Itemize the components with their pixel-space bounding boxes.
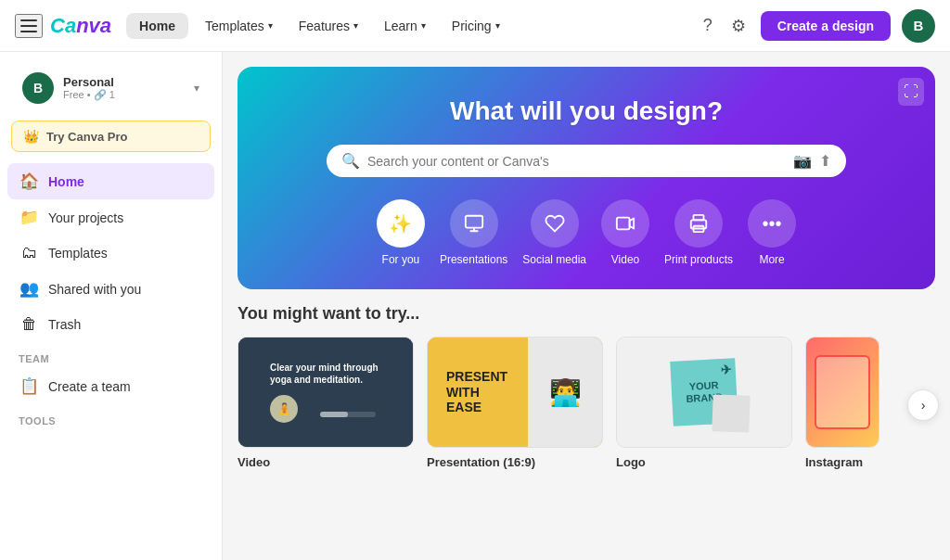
try-card-logo[interactable]: YOURBRAND ✈ Logo xyxy=(616,337,792,469)
create-design-button[interactable]: Create a design xyxy=(761,11,891,41)
instagram-card-label: Instagram xyxy=(805,455,879,469)
logo-card-content: YOURBRAND ✈ xyxy=(617,337,791,447)
category-more[interactable]: ••• More xyxy=(748,199,796,266)
logo-card-image: YOURBRAND ✈ xyxy=(616,337,792,448)
search-icon: 🔍 xyxy=(341,152,360,170)
hamburger-button[interactable] xyxy=(15,14,43,38)
sidebar-item-templates[interactable]: 🗂 Templates xyxy=(7,235,214,271)
print-icon xyxy=(674,199,723,248)
shared-icon: 👥 xyxy=(19,279,39,299)
social-media-label: Social media xyxy=(522,253,586,266)
camera-icon[interactable]: 📷 xyxy=(793,152,812,170)
sidebar-navigation: 🏠 Home 📁 Your projects 🗂 Templates 👥 Sha… xyxy=(0,163,222,342)
presentation-card-image: PRESENTWITHEASE 👨‍💻 xyxy=(427,337,603,448)
help-button[interactable]: ? xyxy=(700,12,716,39)
learn-nav-button[interactable]: Learn ▾ xyxy=(375,13,435,39)
next-cards-button[interactable]: › xyxy=(907,389,939,421)
presentation-card-label: Presentation (16:9) xyxy=(427,455,603,469)
presentations-label: Presentations xyxy=(440,253,507,266)
tools-section-label: Tools xyxy=(0,404,222,430)
hero-title: What will you design? xyxy=(260,96,913,126)
templates-nav-button[interactable]: Templates ▾ xyxy=(196,13,282,39)
more-icon: ••• xyxy=(748,199,796,248)
for-you-label: For you xyxy=(382,253,420,266)
canva-logo: Canva xyxy=(50,14,111,38)
account-name: Personal xyxy=(63,75,185,89)
main-content: ⛶ What will you design? 🔍 📷 ⬆ ✨ For you xyxy=(223,52,950,560)
logo-card-label: Logo xyxy=(616,455,792,469)
social-media-icon xyxy=(531,199,579,248)
navbar: Canva Home Templates ▾ Features ▾ Learn … xyxy=(0,0,950,52)
home-nav-button[interactable]: Home xyxy=(126,13,188,39)
sidebar-account[interactable]: B Personal Free • 🔗 1 ▾ xyxy=(7,63,214,113)
hero-categories: ✨ For you Presentations Social media xyxy=(260,199,913,266)
video-label: Video xyxy=(611,253,639,266)
sidebar-account-info: Personal Free • 🔗 1 xyxy=(63,75,185,101)
category-social-media[interactable]: Social media xyxy=(522,199,586,266)
try-card-presentation[interactable]: PRESENTWITHEASE 👨‍💻 Presentation (16:9) xyxy=(427,337,603,469)
crop-icon[interactable]: ⛶ xyxy=(898,78,924,106)
category-for-you[interactable]: ✨ For you xyxy=(377,199,425,266)
pricing-caret-icon: ▾ xyxy=(495,20,500,31)
video-card-label: Video xyxy=(238,455,414,469)
pricing-nav-button[interactable]: Pricing ▾ xyxy=(443,13,509,39)
account-sub: Free • 🔗 1 xyxy=(63,89,185,101)
templates-caret-icon: ▾ xyxy=(268,20,273,31)
sidebar-item-home[interactable]: 🏠 Home xyxy=(7,163,214,199)
hero-search-bar[interactable]: 🔍 📷 ⬆ xyxy=(327,145,846,177)
instagram-card-image xyxy=(805,337,879,448)
navbar-brand: Canva xyxy=(15,14,111,38)
sidebar-item-trash[interactable]: 🗑 Trash xyxy=(7,307,214,342)
account-chevron-icon: ▾ xyxy=(194,82,199,95)
avatar[interactable]: B xyxy=(902,9,935,43)
instagram-card-content xyxy=(806,337,879,447)
svg-rect-0 xyxy=(465,216,481,228)
crown-icon: 👑 xyxy=(23,129,39,144)
try-title: You might want to try... xyxy=(238,304,935,324)
video-card-content: Clear your mind through yoga and meditat… xyxy=(238,337,413,447)
hero-banner: ⛶ What will you design? 🔍 📷 ⬆ ✨ For you xyxy=(238,67,935,289)
projects-icon: 📁 xyxy=(19,208,39,227)
category-presentations[interactable]: Presentations xyxy=(440,199,507,266)
home-icon: 🏠 xyxy=(19,172,39,191)
presentation-text: PRESENTWITHEASE xyxy=(437,360,517,425)
try-cards-wrapper: Clear your mind through yoga and meditat… xyxy=(238,337,935,473)
team-navigation: 📋 Create a team xyxy=(0,368,222,404)
try-cards: Clear your mind through yoga and meditat… xyxy=(238,337,935,473)
features-nav-button[interactable]: Features ▾ xyxy=(289,13,367,39)
print-label: Print products xyxy=(664,253,733,266)
presentations-icon xyxy=(450,199,498,248)
settings-button[interactable]: ⚙ xyxy=(727,12,750,40)
features-caret-icon: ▾ xyxy=(353,20,358,31)
create-team-icon: 📋 xyxy=(19,376,39,396)
sidebar-item-shared[interactable]: 👥 Shared with you xyxy=(7,271,214,307)
presentation-card-content: PRESENTWITHEASE 👨‍💻 xyxy=(428,337,602,447)
upload-icon[interactable]: ⬆ xyxy=(819,152,831,170)
try-pro-button[interactable]: 👑 Try Canva Pro xyxy=(11,121,211,152)
category-print[interactable]: Print products xyxy=(664,199,733,266)
navbar-right: ? ⚙ Create a design B xyxy=(700,9,935,43)
more-label: More xyxy=(759,253,784,266)
sidebar-item-projects[interactable]: 📁 Your projects xyxy=(7,199,214,235)
main-layout: B Personal Free • 🔗 1 ▾ 👑 Try Canva Pro … xyxy=(0,52,950,560)
for-you-icon: ✨ xyxy=(377,199,425,248)
video-icon xyxy=(601,199,649,248)
category-video[interactable]: Video xyxy=(601,199,649,266)
search-input[interactable] xyxy=(367,154,786,169)
sidebar-item-create-team[interactable]: 📋 Create a team xyxy=(7,368,214,404)
team-section-label: Team xyxy=(0,342,222,368)
search-actions: 📷 ⬆ xyxy=(793,152,831,170)
templates-icon: 🗂 xyxy=(19,244,39,262)
sidebar-avatar: B xyxy=(22,72,54,104)
sidebar: B Personal Free • 🔗 1 ▾ 👑 Try Canva Pro … xyxy=(0,52,223,560)
trash-icon: 🗑 xyxy=(19,315,39,334)
learn-caret-icon: ▾ xyxy=(421,20,426,31)
try-section: You might want to try... Clear your mind… xyxy=(223,304,950,488)
try-card-instagram[interactable]: Instagram xyxy=(805,337,879,469)
try-card-video[interactable]: Clear your mind through yoga and meditat… xyxy=(238,337,414,469)
svg-rect-1 xyxy=(617,218,630,230)
video-card-image: Clear your mind through yoga and meditat… xyxy=(238,337,414,448)
